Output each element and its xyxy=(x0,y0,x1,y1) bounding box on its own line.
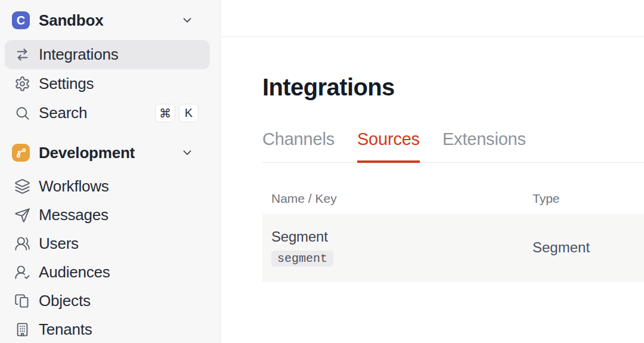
chevron-down-icon xyxy=(181,14,194,27)
workspace-logo: C xyxy=(12,11,30,29)
sidebar-item-label: Integrations xyxy=(39,45,118,64)
sidebar: C Sandbox Integrations Settings xyxy=(0,0,221,343)
sidebar-item-label: Users xyxy=(39,234,79,253)
source-key-badge: segment xyxy=(271,251,333,267)
sidebar-item-label: Search xyxy=(39,104,87,122)
sidebar-item-label: Audiences xyxy=(39,263,110,282)
sidebar-item-messages[interactable]: Messages xyxy=(5,200,210,229)
sidebar-item-objects[interactable]: Objects xyxy=(5,286,210,315)
sources-table: Name / Key Type Segment segment Segment xyxy=(262,191,644,282)
sidebar-item-label: Settings xyxy=(39,75,94,93)
search-shortcut: ⌘ K xyxy=(155,104,199,122)
sidebar-item-label: Objects xyxy=(39,292,91,310)
users-icon xyxy=(14,236,30,252)
page-title: Integrations xyxy=(262,74,644,101)
paper-plane-icon xyxy=(14,207,30,223)
sidebar-item-search[interactable]: Search ⌘ K xyxy=(5,98,210,128)
sidebar-nav: Integrations Settings Search ⌘ K xyxy=(0,40,220,128)
section-label: Development xyxy=(39,144,181,162)
sidebar-item-tenants[interactable]: Tenants xyxy=(5,315,210,343)
sidebar-item-label: Messages xyxy=(39,206,109,224)
workspace-switcher[interactable]: C Sandbox xyxy=(0,8,220,32)
page-content: Integrations Channels Sources Extensions… xyxy=(221,37,644,282)
building-icon xyxy=(14,322,30,338)
tab-bar: Channels Sources Extensions xyxy=(262,129,644,163)
top-bar xyxy=(221,0,644,37)
layers-icon xyxy=(14,178,30,194)
sidebar-item-workflows[interactable]: Workflows xyxy=(5,172,210,200)
sidebar-item-label: Tenants xyxy=(39,320,92,339)
section-development[interactable]: Development xyxy=(0,140,220,166)
k-key: K xyxy=(179,104,199,122)
search-icon xyxy=(14,105,30,121)
table-row[interactable]: Segment segment Segment xyxy=(262,214,644,282)
swap-arrows-icon xyxy=(14,47,30,63)
git-branch-icon xyxy=(12,144,30,162)
development-nav: Workflows Messages Users Audiences xyxy=(0,172,220,343)
sidebar-item-users[interactable]: Users xyxy=(5,229,210,258)
source-name: Segment xyxy=(271,228,532,245)
command-key: ⌘ xyxy=(155,104,175,122)
gear-icon xyxy=(14,76,30,92)
table-header: Name / Key Type xyxy=(262,191,644,214)
tab-extensions[interactable]: Extensions xyxy=(442,129,526,163)
app-window: C Sandbox Integrations Settings xyxy=(0,0,644,343)
workspace-name: Sandbox xyxy=(39,11,181,30)
main-area: Integrations Channels Sources Extensions… xyxy=(221,0,644,343)
column-header-name-key: Name / Key xyxy=(271,191,532,206)
tab-sources[interactable]: Sources xyxy=(357,129,420,163)
cell-name-key: Segment segment xyxy=(271,228,532,267)
sidebar-item-label: Workflows xyxy=(39,177,109,196)
source-type: Segment xyxy=(532,239,590,256)
sidebar-item-integrations[interactable]: Integrations xyxy=(5,40,210,69)
copy-pages-icon xyxy=(14,293,30,309)
chevron-down-icon xyxy=(181,146,194,159)
sidebar-item-settings[interactable]: Settings xyxy=(5,69,210,98)
sidebar-item-audiences[interactable]: Audiences xyxy=(5,258,210,286)
tab-channels[interactable]: Channels xyxy=(262,129,335,163)
user-check-icon xyxy=(14,264,30,280)
column-header-type: Type xyxy=(532,191,560,206)
